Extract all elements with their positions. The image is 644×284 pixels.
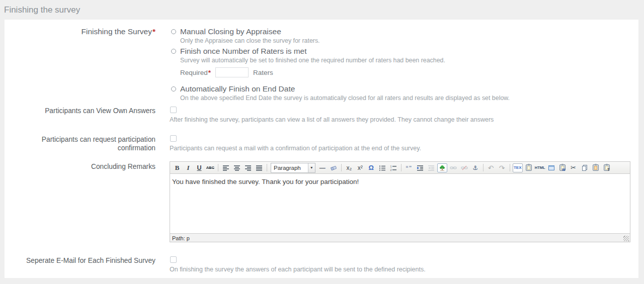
template-icon[interactable] (524, 163, 534, 172)
form-row-view-own-answers: Participants can View Own Answers After … (5, 106, 638, 124)
align-center-icon[interactable] (232, 163, 242, 172)
editor-content[interactable]: You have finished the survey. Thank you … (170, 174, 630, 233)
numbered-list-icon[interactable]: 12 (388, 163, 398, 172)
strikethrough-icon[interactable]: ABC (205, 163, 215, 172)
horizontal-rule-icon[interactable]: — (317, 163, 328, 172)
help-participation-confirmation: Participants can request a mail with a c… (170, 145, 638, 152)
bullet-list-icon[interactable] (377, 163, 387, 172)
help-separate-email: On finishing the survey the answers of e… (170, 266, 638, 273)
radio-raters-met[interactable] (171, 49, 176, 54)
toolbar-separator (510, 164, 510, 171)
label-text: Finishing the Survey (82, 27, 152, 36)
clipboard-shape (593, 164, 599, 171)
label-separate-email: Seperate E-Mail for Each Finished Survey (5, 255, 155, 265)
subscript-icon[interactable]: x₂ (344, 163, 354, 172)
required-raters-row: Required* Raters (180, 67, 638, 77)
underline-icon[interactable]: U (194, 163, 204, 172)
toolbar-separator (341, 164, 342, 171)
svg-text:1: 1 (390, 165, 391, 168)
insert-image-icon[interactable] (437, 163, 447, 172)
option-help-finish-end-date: On the above specified End Date the surv… (180, 94, 510, 102)
paste-from-word-icon[interactable]: W (557, 163, 568, 172)
form-row-separate-email: Seperate E-Mail for Each Finished Survey… (5, 255, 638, 273)
superscript-icon[interactable]: x² (355, 163, 365, 172)
option-body: Automatically Finish on End Date On the … (180, 84, 510, 102)
label-view-own-answers: Participants can View Own Answers (5, 106, 155, 115)
html-source-icon[interactable]: HTML (535, 163, 545, 172)
separate-email-checkbox[interactable] (170, 256, 177, 263)
editor-path-label: Path: p (172, 235, 190, 241)
resize-handle-icon[interactable] (623, 236, 629, 241)
align-left-icon[interactable] (221, 163, 231, 172)
option-label-manual-closing[interactable]: Manual Closing by Appraisee (180, 27, 320, 37)
editor-statusbar: Path: p (170, 233, 630, 242)
undo-icon[interactable]: ↶ (486, 163, 496, 172)
special-char-icon[interactable]: Ω (366, 163, 376, 172)
format-select[interactable]: Paragraph▾ (271, 163, 315, 173)
label-text: Required (180, 69, 208, 76)
required-asterisk: * (152, 27, 155, 36)
participation-confirmation-checkbox[interactable] (170, 135, 177, 142)
option-manual-closing: Manual Closing by Appraisee Only the App… (170, 27, 638, 45)
align-right-icon[interactable] (243, 163, 253, 172)
required-raters-label: Required* (180, 69, 211, 76)
paste-icon[interactable] (591, 163, 601, 172)
fullscreen-icon[interactable] (546, 163, 556, 172)
option-help-raters-met: Survey will automatically be set to fini… (180, 57, 445, 64)
chevron-down-icon[interactable]: ▾ (308, 163, 315, 172)
align-justify-icon[interactable] (254, 163, 264, 172)
unlink-icon[interactable] (459, 163, 469, 172)
label-participation-confirmation: Participants can request participation c… (5, 134, 155, 152)
option-help-manual-closing: Only the Appraisee can close the survey … (180, 37, 320, 45)
label-finishing-survey: Finishing the Survey* (5, 27, 155, 37)
remove-format-icon[interactable] (329, 163, 339, 172)
toolbar-separator (218, 164, 218, 171)
form-row-participation-confirmation: Participants can request participation c… (5, 134, 638, 152)
section-title: Finishing the survey (0, 0, 644, 20)
blockquote-icon[interactable]: “” (404, 163, 414, 172)
page: Finishing the survey Finishing the Surve… (0, 0, 644, 284)
required-raters-input[interactable] (215, 67, 249, 77)
control-cell: Participants can request a mail with a c… (170, 134, 638, 152)
tex-formula-icon[interactable]: TEX (513, 163, 523, 172)
form-row-finishing: Finishing the Survey* Manual Closing by … (5, 27, 638, 104)
link-icon[interactable] (448, 163, 458, 172)
editor-toolbar: BIUABCParagraph▾—x₂x²Ω12“”⚓↶↷TEXHTMLW✂T (170, 162, 630, 174)
option-raters-met: Finish once Number of Raters is met Surv… (170, 46, 638, 64)
clipboard-shape: T (604, 164, 610, 171)
clipboard-shape (526, 164, 532, 171)
radio-manual-closing[interactable] (171, 29, 176, 34)
label-concluding-remarks: Concluding Remarks (5, 161, 155, 171)
radio-finish-end-date[interactable] (171, 86, 176, 91)
toolbar-separator (483, 164, 484, 171)
svg-text:2: 2 (390, 168, 391, 171)
copy-icon[interactable] (580, 163, 590, 172)
option-finish-end-date: Automatically Finish on End Date On the … (170, 84, 638, 102)
panel: Finishing the Survey* Manual Closing by … (5, 20, 638, 278)
format-select-value: Paragraph (271, 165, 308, 171)
anchor-icon[interactable]: ⚓ (470, 163, 480, 172)
italic-icon[interactable]: I (183, 163, 193, 172)
control-cell: BIUABCParagraph▾—x₂x²Ω12“”⚓↶↷TEXHTMLW✂T … (170, 161, 638, 242)
editor-paragraph[interactable]: You have finished the survey. Thank you … (172, 178, 628, 185)
indent-icon[interactable] (415, 163, 425, 172)
bold-icon[interactable]: B (172, 163, 182, 172)
paste-as-text-icon[interactable]: T (602, 163, 612, 172)
option-body: Finish once Number of Raters is met Surv… (180, 46, 445, 64)
option-label-raters-met[interactable]: Finish once Number of Raters is met (180, 46, 445, 56)
required-raters-suffix: Raters (253, 69, 273, 76)
view-own-answers-checkbox[interactable] (170, 107, 177, 113)
clipboard-shape: W (559, 164, 566, 171)
option-label-finish-end-date[interactable]: Automatically Finish on End Date (180, 84, 510, 94)
redo-icon[interactable]: ↷ (497, 163, 507, 172)
required-asterisk: * (208, 69, 211, 76)
cut-icon[interactable]: ✂ (569, 163, 579, 172)
outdent-icon[interactable] (426, 163, 436, 172)
toolbar-separator (267, 164, 267, 171)
finishing-options: Manual Closing by Appraisee Only the App… (170, 27, 638, 104)
form-row-concluding-remarks: Concluding Remarks BIUABCParagraph▾—x₂x²… (5, 161, 638, 242)
control-cell: On finishing the survey the answers of e… (170, 255, 638, 273)
control-cell: After finishing the survey, participants… (170, 106, 638, 124)
help-view-own-answers: After finishing the survey, participants… (170, 116, 638, 124)
rich-text-editor: BIUABCParagraph▾—x₂x²Ω12“”⚓↶↷TEXHTMLW✂T … (170, 161, 630, 242)
